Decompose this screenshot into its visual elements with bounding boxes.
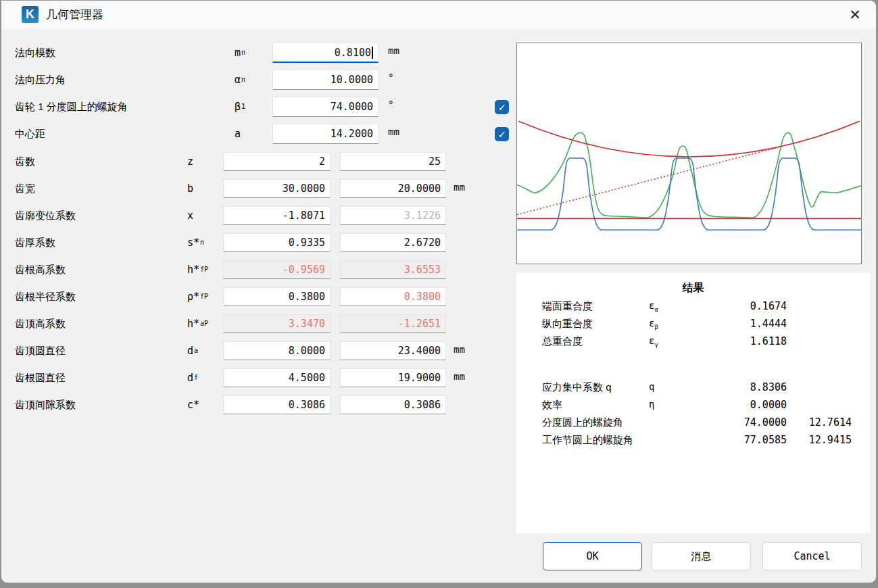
input-df-gear2[interactable]: 19.9000 [340, 368, 446, 387]
param-symbol-c: c* [187, 395, 199, 414]
cancel-button[interactable]: Cancel [762, 542, 862, 570]
unit-df: mm [454, 368, 465, 382]
param-symbol-hfp: h*fP [187, 260, 208, 279]
tooth-profile-plot [517, 43, 861, 264]
input-rhofp-gear2[interactable]: 0.3800 [340, 287, 446, 306]
input-a[interactable]: 14.2000 [272, 124, 379, 144]
input-sn-gear2[interactable]: 2.6720 [340, 233, 446, 252]
result-label: 纵向重合度 [542, 318, 593, 330]
result-label: 端面重合度 [542, 300, 593, 313]
param-label-an: 法向压力角 [15, 70, 66, 90]
result-label: 工作节圆上的螺旋角 [542, 434, 633, 447]
param-label-df: 齿根圆直径 [15, 368, 66, 387]
contact-line [517, 147, 778, 214]
param-label-mn: 法向模数 [15, 43, 55, 63]
tooth-profile-chart [516, 43, 862, 264]
input-b-gear2[interactable]: 20.0000 [340, 179, 446, 198]
param-label-rhofp: 齿根半径系数 [15, 287, 76, 306]
result-label: 分度圆上的螺旋角 [542, 416, 623, 429]
result-symbol: q [649, 381, 654, 392]
app-logo-icon: K [22, 6, 39, 23]
unit-an: ° [388, 70, 393, 83]
result-label: 应力集中系数 q [542, 381, 612, 394]
input-c-gear1[interactable]: 0.3086 [223, 395, 331, 414]
param-symbol-b1: β1 [235, 97, 245, 117]
param-symbol-da: da [187, 341, 198, 360]
text-cursor [372, 47, 373, 59]
unit-mn: mm [388, 43, 399, 56]
param-label-a: 中心距 [15, 124, 45, 144]
result-symbol: εα [649, 300, 658, 313]
param-label-b1: 齿轮 1 分度圆上的螺旋角 [15, 97, 128, 117]
result-value-1: 1.6118 [685, 335, 787, 347]
ok-button[interactable]: OK [543, 542, 642, 570]
dialog-title: 几何管理器 [46, 7, 103, 22]
result-symbol: εγ [649, 335, 658, 348]
result-value-1: 77.0585 [685, 434, 787, 446]
geometry-manager-dialog: K 几何管理器 ✕ 法向模数mn0.8100mm法向压力角αn10.0000°齿… [1, 0, 877, 583]
param-label-hap: 齿顶高系数 [15, 314, 66, 333]
input-b1[interactable]: 74.0000 [272, 97, 379, 117]
param-label-c: 齿顶间隙系数 [15, 395, 76, 414]
result-value-1: 0.1674 [685, 300, 787, 312]
param-label-da: 齿顶圆直径 [15, 341, 66, 360]
results-panel: 结果 端面重合度εα0.1674纵向重合度εβ1.4444总重合度εγ1.611… [516, 273, 870, 533]
param-label-z: 齿数 [15, 152, 35, 171]
unit-b: mm [454, 179, 465, 193]
unit-da: mm [454, 341, 465, 355]
titlebar: K 几何管理器 ✕ [1, 1, 876, 29]
input-hfp-gear2: 3.6553 [340, 260, 446, 279]
result-value-1: 1.4444 [685, 318, 787, 330]
input-z-gear1[interactable]: 2 [223, 152, 331, 171]
result-value-1: 0.0000 [685, 399, 787, 411]
param-label-hfp: 齿根高系数 [15, 260, 66, 279]
result-value-1: 74.0000 [685, 416, 787, 428]
param-symbol-a: a [235, 124, 241, 144]
input-b-gear1[interactable]: 30.0000 [223, 179, 331, 198]
param-symbol-sn: s*n [187, 233, 204, 252]
result-label: 效率 [542, 399, 562, 412]
result-symbol: εβ [649, 318, 658, 330]
input-x-gear1[interactable]: -1.8071 [223, 206, 331, 225]
input-z-gear2[interactable]: 25 [340, 152, 446, 171]
result-symbol: η [649, 399, 654, 410]
param-symbol-an: αn [235, 70, 245, 90]
param-symbol-b: b [187, 179, 193, 198]
result-value-2: 12.7614 [787, 416, 852, 428]
input-mn[interactable]: 0.8100 [272, 43, 379, 63]
input-df-gear1[interactable]: 4.5000 [223, 368, 331, 387]
input-da-gear2[interactable]: 23.4000 [340, 341, 446, 360]
unit-a: mm [388, 124, 399, 137]
input-da-gear1[interactable]: 8.0000 [223, 341, 331, 360]
results-title: 结果 [516, 281, 870, 295]
input-hap-gear2: -1.2651 [340, 314, 446, 333]
close-icon[interactable]: ✕ [846, 5, 864, 24]
gear1-tooth-profile [517, 158, 861, 230]
unit-b1: ° [388, 97, 393, 110]
param-symbol-df: df [187, 368, 198, 387]
result-value-1: 8.8306 [685, 381, 787, 393]
input-an[interactable]: 10.0000 [272, 70, 379, 90]
param-symbol-mn: mn [235, 43, 245, 63]
checkbox-b1[interactable]: ✓ [495, 100, 509, 114]
param-label-b: 齿宽 [15, 179, 35, 198]
input-hap-gear1: 3.3470 [223, 314, 331, 333]
tip-circle-arc [518, 121, 860, 157]
param-symbol-hap: h*aP [187, 314, 208, 333]
param-symbol-x: x [187, 206, 193, 225]
message-button[interactable]: 消息 [652, 542, 751, 570]
input-sn-gear1[interactable]: 0.9335 [223, 233, 331, 252]
input-c-gear2[interactable]: 0.3086 [340, 395, 446, 414]
screen: K 几何管理器 ✕ 法向模数mn0.8100mm法向压力角αn10.0000°齿… [0, 0, 878, 588]
param-symbol-rhofp: ρ*fP [187, 287, 208, 306]
checkbox-a[interactable]: ✓ [495, 127, 509, 141]
result-label: 总重合度 [542, 335, 583, 348]
param-label-x: 齿廓变位系数 [15, 206, 76, 225]
param-label-sn: 齿厚系数 [15, 233, 55, 252]
input-x-gear2: 3.1226 [340, 206, 446, 225]
input-hfp-gear1: -0.9569 [223, 260, 331, 279]
param-symbol-z: z [187, 152, 193, 171]
input-rhofp-gear1[interactable]: 0.3800 [223, 287, 331, 306]
result-value-2: 12.9415 [787, 434, 852, 446]
gear2-outer-profile [517, 132, 861, 218]
